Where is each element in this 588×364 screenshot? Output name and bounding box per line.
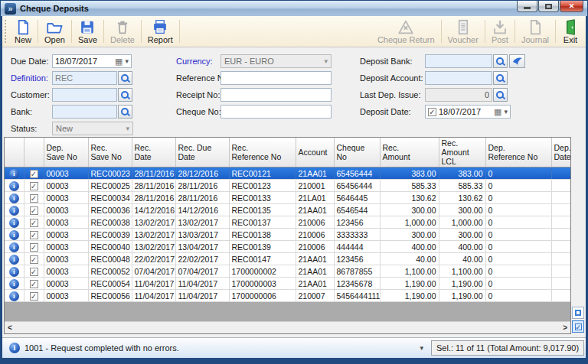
definition-label[interactable]: Definition: (11, 73, 48, 83)
grid-cell[interactable]: REC00023 (88, 167, 132, 180)
cheque-return-button[interactable]: Cheque Return (372, 17, 440, 46)
grid-cell[interactable]: 40.00 (439, 253, 485, 265)
grid-cell[interactable]: 123456 (334, 253, 380, 265)
row-checkbox[interactable]: ✓ (30, 170, 38, 178)
grid-cell[interactable]: 21AA01 (296, 278, 334, 290)
grid-cell[interactable]: REC00052 (88, 265, 132, 278)
grid-cell[interactable] (551, 253, 570, 265)
grid-cell[interactable]: 210006 (296, 216, 334, 229)
grid-cell[interactable]: 0 (485, 290, 551, 302)
grid-cell[interactable]: REC00048 (88, 253, 132, 265)
grid-cell[interactable]: 11/04/2017 (132, 290, 175, 302)
grid-cell[interactable]: 65456444 (334, 167, 380, 180)
bank-search-button[interactable] (118, 105, 132, 119)
status-message-area[interactable]: i 1001 - Request completed with no error… (5, 340, 428, 356)
grid-cell[interactable]: 11/04/2017 (132, 278, 175, 290)
status-dropdown-icon[interactable]: ▾ (420, 344, 423, 352)
grid-cell[interactable] (551, 192, 570, 204)
grid-cell[interactable] (551, 265, 570, 278)
grid-cell[interactable]: 130.62 (380, 192, 439, 204)
column-header[interactable]: ChequeNo (334, 138, 380, 167)
delete-button[interactable]: Delete (105, 17, 140, 46)
grid-cell[interactable]: ✓ (24, 229, 44, 241)
column-header[interactable] (24, 138, 44, 167)
grid-cell[interactable]: REC00038 (88, 216, 132, 229)
chevron-down-icon[interactable]: ▾ (504, 108, 508, 115)
grid-cell[interactable]: 1700000003 (229, 278, 296, 290)
row-checkbox[interactable]: ✓ (30, 268, 38, 276)
customer-input[interactable] (52, 88, 117, 102)
grid-cell[interactable]: 0 (485, 278, 551, 290)
deposit-account-search-button[interactable] (493, 71, 508, 85)
row-info-icon[interactable]: i (9, 181, 19, 191)
row-checkbox[interactable]: ✓ (30, 206, 38, 215)
grid-cell[interactable]: i (5, 229, 24, 241)
maximize-button[interactable] (538, 1, 559, 12)
table-row[interactable]: i✓00003REC0005207/04/201707/04/201717000… (5, 265, 570, 278)
grid-cell[interactable]: 13/02/2017 (132, 229, 175, 241)
grid-cell[interactable]: 1700000006 (229, 290, 296, 302)
grid-cell[interactable]: 21LA01 (296, 192, 334, 204)
table-row[interactable]: i✓00003REC0003813/02/201713/02/2017REC00… (5, 216, 570, 229)
column-header[interactable]: Rec.Date (132, 138, 175, 167)
grid-cell[interactable]: 00003 (44, 278, 88, 290)
grid-cell[interactable]: i (5, 167, 24, 180)
chevron-down-icon[interactable]: ▾ (125, 57, 129, 65)
grid-cell[interactable]: 444444 (334, 241, 380, 253)
grid-cell[interactable]: 00003 (44, 167, 88, 180)
column-header[interactable]: Rec.Reference No (229, 138, 296, 167)
column-header[interactable]: Dep.Reference No (485, 138, 551, 167)
grid-cell[interactable]: 210006 (296, 241, 334, 253)
grid-cell[interactable]: 400.00 (380, 241, 439, 253)
row-info-icon[interactable]: i (9, 279, 19, 289)
deposit-date-field[interactable]: ✓ 18/07/2017 ▦ ▾ (425, 105, 511, 119)
grid-cell[interactable]: 13/02/2017 (175, 216, 229, 229)
receipt-no-input[interactable] (220, 88, 332, 102)
grid-cell[interactable]: 14/12/2016 (175, 204, 229, 216)
table-row[interactable]: i✓00003REC0004822/02/201722/02/2017REC00… (5, 253, 570, 265)
grid-cell[interactable]: 13/02/2017 (132, 241, 175, 253)
close-button[interactable]: ✕ (560, 1, 583, 12)
grid-cell[interactable]: 00003 (44, 241, 88, 253)
new-button[interactable]: New (9, 17, 37, 46)
grid-cell[interactable]: 1700000002 (229, 265, 296, 278)
grid-cell[interactable]: 210006 (296, 229, 334, 241)
grid-cell[interactable]: i (5, 241, 24, 253)
grid-cell[interactable]: 1,190.00 (439, 290, 485, 302)
title-bar[interactable]: » Cheque Deposits ✕ (1, 1, 587, 16)
row-info-icon[interactable]: i (9, 206, 19, 216)
grid-cell[interactable]: 210007 (296, 290, 334, 302)
grid-cell[interactable] (551, 290, 570, 302)
column-header[interactable]: Dep.Date (551, 138, 570, 167)
column-header[interactable]: Account (296, 138, 334, 167)
grid-cell[interactable]: 13/02/2017 (132, 216, 175, 229)
grid-cell[interactable]: 0 (485, 253, 551, 265)
grid-cell[interactable]: 0 (485, 216, 551, 229)
grid-cell[interactable]: REC00121 (229, 167, 296, 180)
grid-cell[interactable]: 1,000.00 (439, 216, 485, 229)
grid-cell[interactable] (551, 229, 570, 241)
grid-cell[interactable]: i (5, 192, 24, 204)
grid-cell[interactable]: 00003 (44, 290, 88, 302)
grid-cell[interactable]: REC00054 (88, 278, 132, 290)
grid-cell[interactable]: 0 (485, 192, 551, 204)
grid-cell[interactable]: 383.00 (439, 167, 485, 180)
row-checkbox[interactable]: ✓ (30, 280, 38, 288)
grid-cell[interactable]: 1,190.00 (380, 278, 439, 290)
grid-cell[interactable]: REC00034 (88, 192, 132, 204)
grid-cell[interactable]: 00003 (44, 253, 88, 265)
row-info-icon[interactable]: i (9, 242, 19, 252)
grid-cell[interactable]: ✓ (24, 192, 44, 204)
grid-cell[interactable]: i (5, 253, 24, 265)
grid-cell[interactable]: REC00039 (88, 229, 132, 241)
grid-cell[interactable]: i (5, 290, 24, 302)
grid-cell[interactable] (551, 204, 570, 216)
grid-cell[interactable]: 00003 (44, 216, 88, 229)
journal-button[interactable]: Journal (516, 17, 554, 46)
grid-cell[interactable]: 300.00 (380, 229, 439, 241)
grid-cell[interactable]: ✓ (24, 290, 44, 302)
grid-cell[interactable] (551, 216, 570, 229)
table-row[interactable]: i✓00003REC0003428/11/201628/11/2016REC00… (5, 192, 570, 204)
grid-cell[interactable]: 86787855 (334, 265, 380, 278)
grid-cell[interactable]: 28/11/2016 (132, 180, 175, 192)
